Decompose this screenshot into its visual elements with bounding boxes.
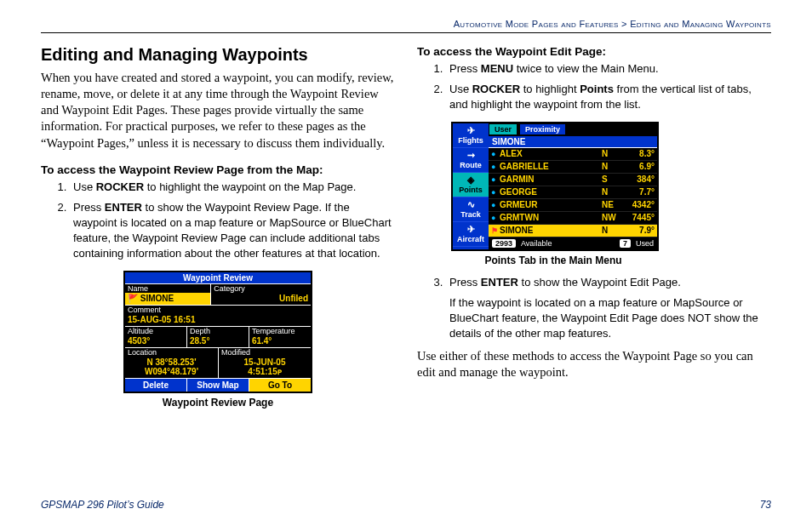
section-heading: Editing and Managing Waypoints bbox=[41, 45, 395, 65]
row-name: GEORGE bbox=[500, 187, 602, 197]
avail-label: Available bbox=[521, 239, 552, 248]
waypoint-icon: ● bbox=[491, 163, 500, 171]
waypoint-icon: ● bbox=[491, 201, 500, 209]
plane-icon: ✈ bbox=[453, 126, 489, 135]
list-item[interactable]: ●GRMEURNE4342° bbox=[489, 199, 657, 212]
wr-loc-label: Location bbox=[125, 348, 218, 357]
breadcrumb-section: Automotive Mode Pages and Features bbox=[454, 19, 619, 29]
breadcrumb: Automotive Mode Pages and Features > Edi… bbox=[41, 19, 771, 29]
waypoint-icon: ● bbox=[491, 175, 500, 184]
list-item[interactable]: ●GARMINS384° bbox=[489, 174, 657, 186]
wr-depth-label: Depth bbox=[187, 327, 249, 335]
right-column: To access the Waypoint Edit Page: Press … bbox=[417, 42, 771, 417]
review-step-2: Press ENTER to show the Waypoint Review … bbox=[70, 200, 395, 262]
left-column: Editing and Managing Waypoints When you … bbox=[41, 42, 395, 417]
row-dist: 7445° bbox=[620, 213, 655, 222]
wr-loc-value: N 38°58.253'W094°48.179' bbox=[125, 357, 218, 378]
wr-comment-value: 15-AUG-05 16:51 bbox=[125, 314, 311, 326]
points-kw: Points bbox=[580, 83, 614, 95]
route-icon: ➞ bbox=[453, 151, 489, 160]
row-dir: N bbox=[602, 226, 620, 235]
wr-temp-value: 61.4° bbox=[249, 335, 311, 347]
edit-step-2: Use ROCKER to highlight Points from the … bbox=[446, 82, 771, 112]
procedure-heading-review: To access the Waypoint Review Page from … bbox=[41, 163, 395, 176]
rocker-kw: ROCKER bbox=[96, 180, 144, 193]
row-name: GRMTWN bbox=[500, 213, 602, 222]
list-item[interactable]: ●GRMTWNNW7445° bbox=[489, 212, 657, 225]
wr-mod-value: 15-JUN-054:51:15ᴘ bbox=[219, 357, 311, 378]
toptab-user[interactable]: User bbox=[489, 123, 518, 135]
wr-title: Waypoint Review bbox=[125, 272, 311, 284]
row-dist: 4342° bbox=[620, 200, 655, 209]
sidebar-tab-route[interactable]: ➞Route bbox=[453, 148, 489, 173]
row-dir: NE bbox=[602, 200, 620, 209]
row-dist: 384° bbox=[620, 174, 655, 184]
track-icon: ∿ bbox=[453, 200, 489, 209]
wr-comment-label: Comment bbox=[125, 306, 311, 314]
row-dist: 7.7° bbox=[620, 187, 655, 197]
points-list: ●ALEXN8.3°●GABRIELLEN6.9°●GARMINS384°●GE… bbox=[489, 148, 657, 237]
points-icon: ◈ bbox=[453, 175, 489, 185]
sidebar-tab-track[interactable]: ∿Track bbox=[453, 197, 489, 222]
enter-kw: ENTER bbox=[105, 201, 142, 214]
edit-step-3-note: If the waypoint is located on a map feat… bbox=[449, 295, 771, 342]
sidebar-tab-flights[interactable]: ✈Flights bbox=[453, 123, 489, 148]
avail-count: 2993 bbox=[492, 239, 516, 248]
wr-depth-value: 28.5° bbox=[187, 335, 249, 347]
row-dir: NW bbox=[602, 213, 620, 222]
wr-goto-button[interactable]: Go To bbox=[249, 379, 311, 392]
edit-step-1: Press MENU twice to view the Main Menu. bbox=[446, 61, 771, 77]
menu-kw: MENU bbox=[481, 62, 513, 75]
row-dist: 8.3° bbox=[620, 149, 655, 158]
breadcrumb-topic: Editing and Managing Waypoints bbox=[630, 19, 771, 29]
edit-step-3: Press ENTER to show the Waypoint Edit Pa… bbox=[446, 275, 771, 342]
breadcrumb-sep: > bbox=[619, 19, 630, 29]
row-dir: N bbox=[602, 162, 620, 171]
aircraft-icon: ✈ bbox=[453, 225, 489, 234]
enter-kw-2: ENTER bbox=[481, 276, 518, 289]
footer-title: GPSMAP 296 Pilot’s Guide bbox=[41, 499, 164, 511]
sidebar-tab-aircraft[interactable]: ✈Aircraft bbox=[453, 222, 489, 247]
row-name: GARMIN bbox=[500, 174, 602, 184]
row-dir: N bbox=[602, 149, 620, 158]
caption-points: Points Tab in the Main Menu bbox=[451, 254, 655, 266]
list-item[interactable]: ⚑SIMONEN7.9° bbox=[489, 225, 657, 237]
closing-paragraph: Use either of these methods to access th… bbox=[417, 348, 771, 380]
caption-review: Waypoint Review Page bbox=[41, 397, 395, 409]
points-status: 2993 Available 7 Used bbox=[489, 237, 657, 249]
row-name: ALEX bbox=[500, 149, 602, 158]
wr-cat-label: Category bbox=[211, 284, 311, 293]
wr-showmap-button[interactable]: Show Map bbox=[187, 379, 249, 392]
list-item[interactable]: ●GABRIELLEN6.9° bbox=[489, 161, 657, 174]
toptab-proximity[interactable]: Proximity bbox=[519, 123, 566, 135]
row-name: GRMEUR bbox=[500, 200, 602, 209]
waypoint-icon: ● bbox=[491, 150, 500, 158]
waypoint-icon: ⚑ bbox=[491, 226, 500, 235]
rocker-kw-2: ROCKER bbox=[472, 83, 520, 95]
list-item[interactable]: ●GEORGEN7.7° bbox=[489, 186, 657, 199]
list-item[interactable]: ●ALEXN8.3° bbox=[489, 148, 657, 161]
row-name: SIMONE bbox=[500, 226, 602, 235]
used-label: Used bbox=[636, 239, 654, 248]
wr-temp-label: Temperature bbox=[249, 327, 311, 335]
figure-waypoint-review: Waypoint Review Name 🚩 SIMONE Category U… bbox=[123, 271, 312, 393]
sidebar-tab-points[interactable]: ◈Points bbox=[453, 173, 489, 197]
procedure-heading-edit: To access the Waypoint Edit Page: bbox=[417, 45, 771, 58]
review-step-1: Use ROCKER to highlight the waypoint on … bbox=[70, 180, 395, 195]
waypoint-icon: ● bbox=[491, 214, 500, 222]
wr-alt-label: Altitude bbox=[125, 327, 186, 335]
points-list-header: SIMONE bbox=[489, 136, 657, 148]
wr-name-label: Name bbox=[125, 284, 210, 293]
intro-paragraph: When you have created and stored a waypo… bbox=[41, 70, 395, 152]
points-sidebar: ✈Flights ➞Route ◈Points ∿Track ✈Aircraft bbox=[453, 123, 489, 249]
wr-alt-value: 4503° bbox=[125, 335, 186, 347]
used-count: 7 bbox=[620, 239, 631, 248]
wr-mod-label: Modified bbox=[219, 348, 311, 357]
wr-cat-value: Unfiled bbox=[211, 293, 311, 305]
figure-points-tab: ✈Flights ➞Route ◈Points ∿Track ✈Aircraft… bbox=[451, 122, 659, 251]
row-dir: N bbox=[602, 187, 620, 197]
header-rule bbox=[41, 32, 771, 33]
wr-delete-button[interactable]: Delete bbox=[125, 379, 187, 392]
row-name: GABRIELLE bbox=[500, 162, 602, 171]
row-dist: 6.9° bbox=[620, 162, 655, 171]
